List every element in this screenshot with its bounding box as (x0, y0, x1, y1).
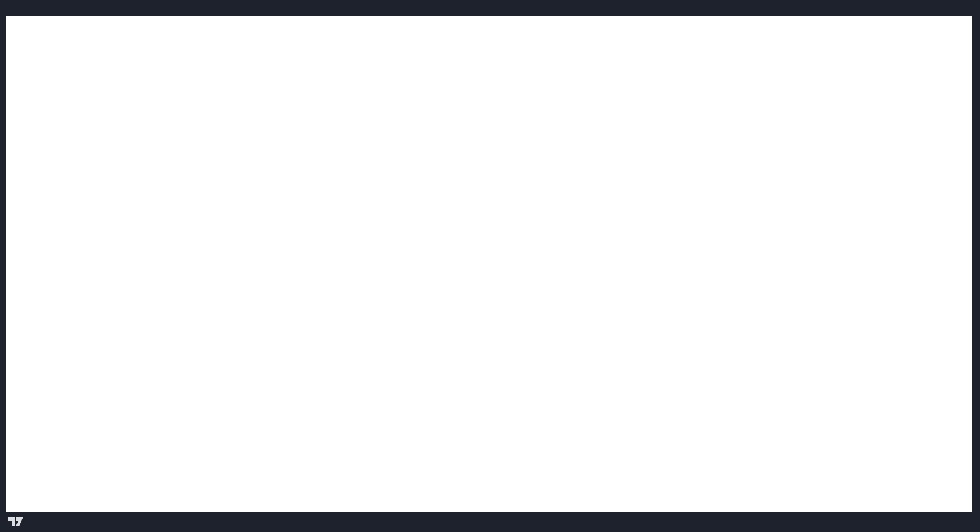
tradingview-brand-link[interactable] (8, 517, 28, 527)
footer-bar (0, 512, 980, 532)
publish-bar (0, 0, 980, 16)
chart-panel (6, 16, 972, 512)
x-axis[interactable] (6, 491, 923, 512)
tradingview-logo-icon (8, 517, 23, 527)
price-chart-plot-area[interactable] (6, 16, 972, 512)
y-axis[interactable] (923, 16, 972, 491)
